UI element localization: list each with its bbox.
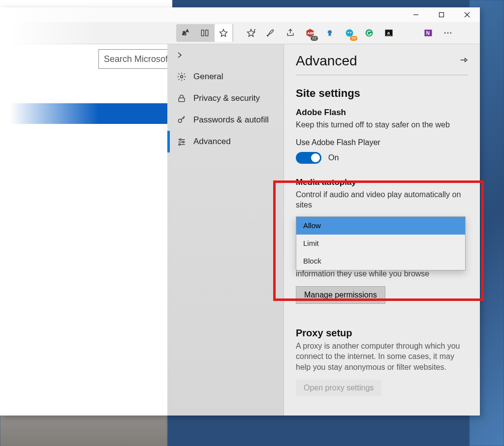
ext-crescent-icon[interactable]: [400, 24, 417, 42]
ext-amazon-icon[interactable]: a: [380, 24, 398, 42]
ext-ghost-icon[interactable]: 39: [341, 24, 358, 42]
svg-rect-1: [440, 13, 444, 17]
svg-point-23: [178, 119, 182, 122]
svg-point-20: [450, 32, 452, 34]
nav-item-label: Privacy & security: [193, 93, 260, 103]
svg-point-18: [444, 32, 446, 34]
back-button[interactable]: [167, 44, 284, 66]
ext-grammarly-icon[interactable]: [360, 24, 378, 42]
toggle-track: [296, 152, 321, 164]
maximize-button[interactable]: [429, 7, 454, 22]
search-input[interactable]: Search Microsoft: [98, 49, 170, 69]
window-titlebar: [0, 7, 480, 22]
dropdown-option-allow[interactable]: Allow: [296, 217, 465, 235]
dropdown-option-limit[interactable]: Limit: [296, 235, 465, 252]
share-icon[interactable]: [282, 24, 299, 42]
flash-toggle-label: Use Adobe Flash Player: [296, 138, 468, 147]
dropdown-options: Allow Limit Block: [296, 216, 466, 270]
minimize-button[interactable]: [403, 7, 429, 22]
svg-point-11: [347, 32, 349, 33]
manage-permissions-button[interactable]: Manage permissions: [296, 286, 385, 304]
svg-point-12: [350, 32, 351, 33]
ext-rewards-icon[interactable]: [321, 24, 339, 42]
svg-text:A: A: [186, 29, 189, 33]
browser-window: あA ABP 22 39 a N Search Micr: [0, 7, 480, 416]
svg-point-27: [183, 141, 184, 143]
svg-text:a: a: [387, 30, 390, 35]
close-button[interactable]: [454, 7, 480, 22]
dropdown-option-block[interactable]: Block: [296, 252, 465, 270]
favorite-star-icon[interactable]: [215, 24, 232, 42]
favorites-list-icon[interactable]: [242, 24, 260, 42]
partial-line: information they use while you browse: [296, 269, 468, 278]
svg-text:N: N: [426, 30, 430, 36]
translate-icon[interactable]: あA: [177, 24, 195, 42]
gear-icon: [177, 72, 187, 82]
key-icon: [177, 115, 187, 125]
nav-item-general[interactable]: General: [167, 66, 284, 88]
page-banner: [0, 103, 167, 124]
settings-nav-panel: General Privacy & security Passwords & a…: [167, 44, 284, 416]
nav-item-privacy[interactable]: Privacy & security: [167, 88, 284, 109]
svg-point-29: [179, 144, 180, 145]
autoplay-title: Media autoplay: [296, 178, 468, 187]
nav-item-label: Advanced: [193, 137, 231, 147]
svg-rect-22: [179, 98, 185, 102]
ghost-badge: 39: [350, 36, 357, 41]
flash-title: Adobe Flash: [296, 108, 468, 118]
toggle-state: On: [328, 153, 339, 162]
pin-icon[interactable]: [459, 56, 468, 66]
ext-onenote-icon[interactable]: N: [419, 24, 437, 42]
autoplay-desc: Control if audio and video play automati…: [296, 189, 468, 210]
sliders-icon: [177, 137, 187, 147]
svg-text:ABP: ABP: [308, 31, 315, 35]
flash-toggle[interactable]: On: [296, 152, 468, 164]
toolbar-right-cluster: ABP 22 39 a N: [242, 24, 457, 42]
adblock-icon[interactable]: ABP 22: [301, 24, 319, 42]
nav-item-label: General: [193, 72, 223, 82]
browser-toolbar: あA ABP 22 39 a N: [0, 22, 480, 44]
proxy-desc: A proxy is another computer through whic…: [296, 341, 468, 373]
more-icon[interactable]: [439, 24, 457, 42]
nav-item-advanced[interactable]: Advanced: [167, 131, 284, 152]
toolbar-left-cluster: あA: [176, 24, 233, 42]
settings-detail-panel: Advanced Site settings Adobe Flash Keep …: [284, 44, 480, 416]
reading-view-icon[interactable]: [196, 24, 214, 42]
flash-desc: Keep this turned off to stay safer on th…: [296, 119, 468, 130]
proxy-title: Proxy setup: [296, 327, 468, 339]
notes-icon[interactable]: [262, 24, 280, 42]
site-settings-heading: Site settings: [296, 87, 468, 100]
nav-item-passwords[interactable]: Passwords & autofill: [167, 109, 284, 131]
svg-point-21: [181, 76, 183, 78]
open-proxy-settings-button[interactable]: Open proxy settings: [296, 380, 381, 396]
svg-point-19: [447, 32, 449, 34]
adblock-badge: 22: [311, 36, 318, 41]
svg-point-25: [180, 139, 181, 140]
search-placeholder: Search Microsoft: [104, 54, 170, 64]
lock-icon: [177, 93, 187, 103]
nav-item-label: Passwords & autofill: [193, 115, 269, 125]
detail-title: Advanced: [296, 53, 357, 69]
